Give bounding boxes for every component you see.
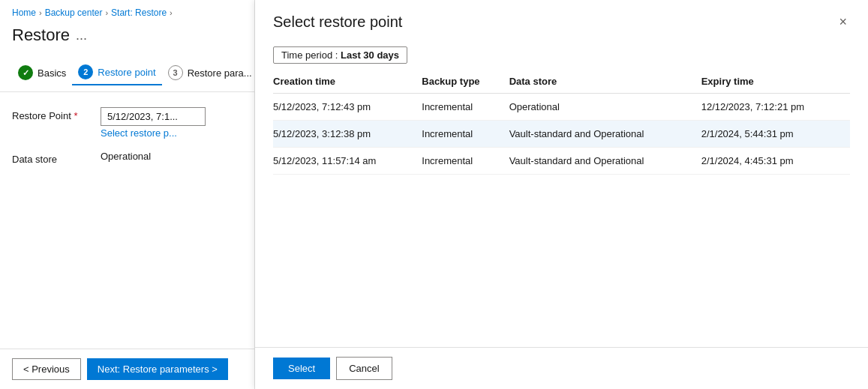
restore-point-value-area: 5/12/2023, 7:1... Select restore p... bbox=[101, 107, 242, 139]
step-basics[interactable]: ✓ Basics bbox=[12, 61, 72, 85]
breadcrumb-sep-3: › bbox=[170, 8, 173, 17]
dialog-panel: Select restore point × Time period : Las… bbox=[255, 0, 868, 389]
breadcrumb-start-restore[interactable]: Start: Restore bbox=[111, 7, 167, 18]
table-row[interactable]: 5/12/2023, 11:57:14 am Incremental Vault… bbox=[273, 148, 850, 175]
table-area: Creation time Backup type Data store Exp… bbox=[255, 70, 868, 347]
step-basics-label: Basics bbox=[38, 67, 66, 79]
data-store-value: Operational bbox=[101, 148, 151, 162]
page-title-row: Restore ... bbox=[0, 22, 254, 54]
breadcrumb: Home › Backup center › Start: Restore › bbox=[0, 0, 254, 22]
select-restore-link[interactable]: Select restore p... bbox=[101, 127, 242, 139]
step-restore-params-number: 3 bbox=[168, 65, 183, 80]
cell-expiry-time: 12/12/2023, 7:12:21 pm bbox=[701, 94, 850, 121]
data-store-label: Data store bbox=[12, 151, 95, 165]
table-row[interactable]: 5/12/2023, 7:12:43 pm Incremental Operat… bbox=[273, 94, 850, 121]
step-restore-params[interactable]: 3 Restore para... bbox=[162, 61, 258, 85]
time-period-bar: Time period : Last 30 days bbox=[255, 40, 868, 70]
step-restore-point-number: 2 bbox=[78, 64, 93, 79]
restore-point-label: Restore Point * bbox=[12, 107, 95, 121]
bottom-bar: < Previous Next: Restore parameters > bbox=[0, 349, 254, 389]
cell-expiry-time: 2/1/2024, 4:45:31 pm bbox=[701, 148, 850, 175]
cell-creation-time: 5/12/2023, 11:57:14 am bbox=[273, 148, 422, 175]
breadcrumb-home[interactable]: Home bbox=[12, 7, 36, 18]
time-period-value: Last 30 days bbox=[341, 49, 399, 61]
data-store-row: Data store Operational bbox=[12, 151, 242, 165]
restore-points-table: Creation time Backup type Data store Exp… bbox=[273, 70, 850, 175]
cell-backup-type: Incremental bbox=[422, 94, 509, 121]
breadcrumb-sep-1: › bbox=[39, 8, 42, 17]
required-marker: * bbox=[74, 110, 77, 121]
main-panel: Home › Backup center › Start: Restore › … bbox=[0, 0, 255, 389]
dialog-header: Select restore point × bbox=[255, 0, 868, 40]
restore-point-row: Restore Point * 5/12/2023, 7:1... Select… bbox=[12, 107, 242, 139]
table-row[interactable]: 5/12/2023, 3:12:38 pm Incremental Vault-… bbox=[273, 121, 850, 148]
col-expiry-time: Expiry time bbox=[701, 70, 850, 94]
form-body: Restore Point * 5/12/2023, 7:1... Select… bbox=[0, 92, 254, 349]
select-button[interactable]: Select bbox=[273, 358, 330, 379]
previous-button[interactable]: < Previous bbox=[12, 358, 81, 380]
breadcrumb-sep-2: › bbox=[105, 8, 108, 17]
steps-bar: ✓ Basics 2 Restore point 3 Restore para.… bbox=[0, 54, 254, 92]
data-store-value-area: Operational bbox=[101, 151, 242, 162]
cell-backup-type: Incremental bbox=[422, 121, 509, 148]
restore-point-input[interactable]: 5/12/2023, 7:1... bbox=[101, 107, 206, 126]
table-header-row: Creation time Backup type Data store Exp… bbox=[273, 70, 850, 94]
col-data-store: Data store bbox=[509, 70, 701, 94]
page-title: Restore bbox=[12, 25, 70, 45]
time-period-prefix: Time period : bbox=[281, 49, 341, 61]
step-restore-point[interactable]: 2 Restore point bbox=[72, 60, 161, 85]
close-button[interactable]: × bbox=[836, 12, 850, 31]
more-options-button[interactable]: ... bbox=[76, 28, 87, 43]
step-basics-number: ✓ bbox=[18, 65, 33, 80]
cell-data-store: Vault-standard and Operational bbox=[509, 148, 701, 175]
dialog-footer: Select Cancel bbox=[255, 347, 868, 389]
breadcrumb-backup-center[interactable]: Backup center bbox=[45, 7, 103, 18]
cell-creation-time: 5/12/2023, 7:12:43 pm bbox=[273, 94, 422, 121]
dialog-title: Select restore point bbox=[273, 13, 402, 31]
next-button[interactable]: Next: Restore parameters > bbox=[87, 358, 228, 380]
cell-expiry-time: 2/1/2024, 5:44:31 pm bbox=[701, 121, 850, 148]
cancel-button[interactable]: Cancel bbox=[336, 357, 392, 380]
cell-backup-type: Incremental bbox=[422, 148, 509, 175]
col-creation-time: Creation time bbox=[273, 70, 422, 94]
cell-creation-time: 5/12/2023, 3:12:38 pm bbox=[273, 121, 422, 148]
cell-data-store: Vault-standard and Operational bbox=[509, 121, 701, 148]
col-backup-type: Backup type bbox=[422, 70, 509, 94]
cell-data-store: Operational bbox=[509, 94, 701, 121]
time-period-tag[interactable]: Time period : Last 30 days bbox=[273, 46, 407, 64]
step-restore-point-label: Restore point bbox=[98, 67, 155, 78]
step-restore-params-label: Restore para... bbox=[188, 67, 252, 79]
